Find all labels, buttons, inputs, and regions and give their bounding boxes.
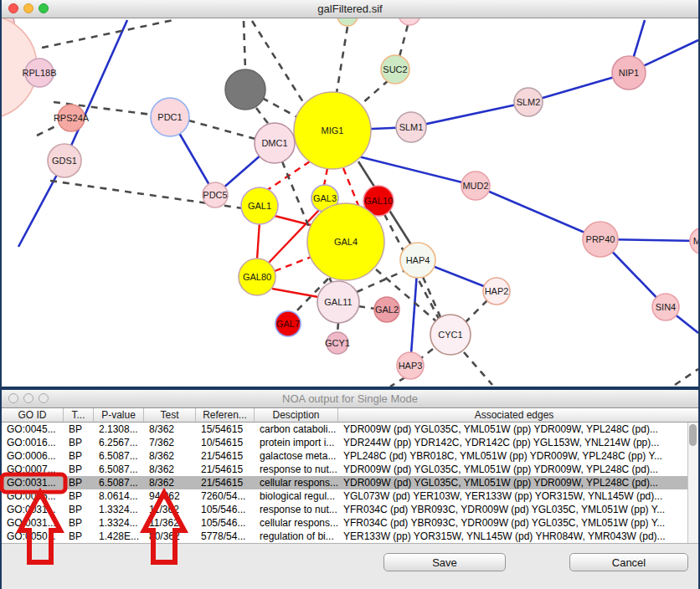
edge <box>337 323 338 333</box>
edge <box>464 352 492 385</box>
network-window-titlebar[interactable]: galFiltered.sif <box>2 0 698 18</box>
table-row[interactable]: GO:0050...BP1.428E...80/3625778/54...reg… <box>2 530 698 543</box>
table-cell: biological regul... <box>255 489 338 503</box>
node-label: GAL3 <box>313 193 337 203</box>
network-window: galFiltered.sif RPL18BRPS24APDC1GDS1PDC5… <box>2 0 698 387</box>
table-row[interactable]: GO:0006...BP6.5087...8/36221/54615galact… <box>2 449 698 463</box>
edge <box>256 108 270 125</box>
node-label: SLM1 <box>399 122 424 132</box>
table-cell: carbon cataboli... <box>255 423 338 436</box>
table-cell: 1.3324... <box>94 516 144 530</box>
network-canvas[interactable]: RPL18BRPS24APDC1GDS1PDC5MIG1DMC1SUC2SLM1… <box>2 18 698 387</box>
scrollbar-thumb[interactable] <box>689 424 697 446</box>
table-cell: GO:0050... <box>2 530 64 543</box>
table-cell: GO:0065... <box>2 489 64 503</box>
node-pink-cut[interactable] <box>399 18 420 25</box>
edge <box>411 102 528 127</box>
column-header-3[interactable]: P-value <box>94 408 144 422</box>
table-cell: cellular respons... <box>255 516 338 530</box>
table-cell: 11/362 <box>144 503 196 516</box>
node-label: SUC2 <box>383 64 407 74</box>
node-label: GAL10 <box>364 196 393 206</box>
edge <box>324 168 327 186</box>
node-label: GAL2 <box>375 305 399 315</box>
node-label: SIN4 <box>656 302 676 312</box>
node-label: NIP1 <box>619 68 639 78</box>
node-label: DMC1 <box>261 138 287 148</box>
table-cell: 21/54615 <box>196 449 255 463</box>
column-header-2[interactable]: T... <box>64 408 94 422</box>
table-cell: galactose meta... <box>255 449 338 463</box>
table-cell: YFR034C (pd) YBR093C, YDR009W (pd) YGL03… <box>338 503 690 516</box>
node-label: HAP3 <box>399 361 423 371</box>
node-label: GAL1 <box>248 201 271 211</box>
table-cell: BP <box>64 489 94 503</box>
cancel-button[interactable]: Cancel <box>569 553 688 571</box>
noa-window-title: NOA output for Single Mode <box>2 390 698 408</box>
edge <box>272 289 318 297</box>
network-window-title: galFiltered.sif <box>2 0 698 18</box>
node-gray-node[interactable] <box>225 69 265 110</box>
node-label: RPS24A <box>54 113 90 123</box>
table-cell: 7/362 <box>144 436 196 449</box>
edge <box>257 222 260 259</box>
node-green-cut[interactable] <box>337 18 358 26</box>
edge <box>390 377 405 387</box>
table-row[interactable]: GO:0031...BP1.3324...11/362105/546...res… <box>2 503 698 516</box>
table-cell: BP <box>64 436 94 449</box>
table-row[interactable]: GO:0007...BP6.5087...8/36221/54615respon… <box>2 463 698 476</box>
vertical-scrollbar[interactable] <box>687 423 698 543</box>
table-cell: 105/546... <box>196 503 255 516</box>
table-cell: YDR009W (pd) YGL035C, YML051W (pp) YDR00… <box>338 476 690 489</box>
table-row[interactable]: GO:0065...BP8.0614...94/3627260/54...bio… <box>2 489 698 503</box>
table-cell: YGL073W (pd) YER103W, YER133W (pp) YOR31… <box>338 489 690 503</box>
edge <box>343 168 359 207</box>
table-footer: Save Cancel <box>2 543 698 589</box>
node-label: SLM2 <box>517 97 541 107</box>
table-cell: 21/54615 <box>196 463 255 476</box>
table-cell: 105/546... <box>196 516 255 530</box>
table-cell: 94/362 <box>144 489 196 503</box>
noa-window-titlebar[interactable]: NOA output for Single Mode <box>2 390 698 408</box>
table-row[interactable]: GO:0045...BP2.1308...8/36215/54615carbon… <box>2 423 698 436</box>
network-graph: RPL18BRPS24APDC1GDS1PDC5MIG1DMC1SUC2SLM1… <box>2 18 698 387</box>
node-label: PDC1 <box>157 112 182 122</box>
table-cell: BP <box>64 476 94 489</box>
edge <box>675 369 698 385</box>
column-header-7[interactable]: Associated edges <box>338 408 690 422</box>
table-cell: BP <box>64 516 94 530</box>
table-cell: YER133W (pp) YOR315W, YNL145W (pd) YHR08… <box>338 530 690 543</box>
table-row[interactable]: GO:0031...BP1.3324...11/362105/546...cel… <box>2 516 698 530</box>
edge <box>42 20 173 48</box>
table-row[interactable]: GO:0031...BP6.5087...8/36221/54615cellul… <box>2 476 698 489</box>
edge <box>244 21 245 70</box>
edge <box>466 300 487 322</box>
node-label: HAP4 <box>406 255 430 265</box>
column-header-5[interactable]: Referen... <box>196 408 255 422</box>
table-cell: 6.2567... <box>94 436 144 449</box>
edge <box>362 80 389 104</box>
table-cell: cellular respons... <box>255 476 338 489</box>
node-label: PRP40 <box>586 234 615 244</box>
table-cell: 80/362 <box>144 530 196 543</box>
node-label: MIG1 <box>322 125 344 136</box>
edge <box>476 186 600 239</box>
save-button[interactable]: Save <box>383 553 506 571</box>
table-cell: 8/362 <box>144 463 196 476</box>
table-cell: 6.5087... <box>94 463 144 476</box>
table-cell: 10/54615 <box>196 436 255 449</box>
column-header-4[interactable]: Test <box>144 408 196 422</box>
edge <box>275 255 316 271</box>
table-cell: YDR244W (pp) YDR142C, YDR142C (pp) YGL15… <box>338 436 690 449</box>
table-cell: protein import i... <box>255 436 338 449</box>
table-row[interactable]: GO:0016...BP6.2567...7/36210/54615protei… <box>2 436 698 449</box>
node-label: GDS1 <box>52 156 77 166</box>
column-header-1[interactable]: GO ID <box>2 408 64 422</box>
column-header-6[interactable]: Desciption <box>255 408 338 422</box>
table-cell: 21/54615 <box>196 476 255 489</box>
edge <box>421 349 433 358</box>
table-cell: 15/54615 <box>196 423 255 436</box>
table-body: GO:0045...BP2.1308...8/36215/54615carbon… <box>2 423 698 543</box>
table-cell: YPL248C (pd) YBR018C, YML051W (pp) YDR00… <box>338 449 690 463</box>
table-cell: GO:0006... <box>2 449 64 463</box>
